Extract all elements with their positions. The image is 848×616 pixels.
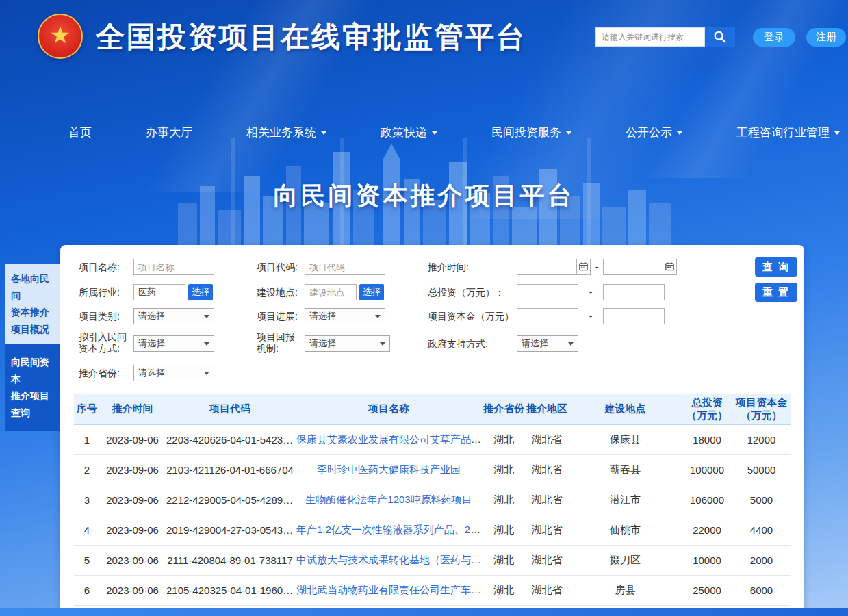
location-cell: 仙桃市 <box>569 515 682 545</box>
recommend-date-cell: 2023-09-06 <box>100 424 165 454</box>
project-name-cell: 湖北武当动物药业有限责任公司生产车间改扩… <box>295 575 483 605</box>
total-investment-min-input[interactable] <box>517 284 578 300</box>
project-name-link[interactable]: 保康县艾豪农业发展有限公司艾草产品加工建… <box>296 433 483 445</box>
chevron-down-icon <box>380 342 385 346</box>
recommend-date-start-input[interactable] <box>517 259 577 275</box>
region-cell: 湖北省 <box>525 454 569 485</box>
star-icon: ★ <box>50 23 70 47</box>
sidebar-item-query[interactable]: 向民间资本 推介项目 查询 <box>5 344 60 431</box>
build-location-label: 建设地点: <box>257 284 298 300</box>
nav-item-label: 首页 <box>68 125 92 140</box>
sidebar-item-overview[interactable]: 各地向民间 资本推介 项目概况 <box>5 264 60 344</box>
header-region: 推介地区 <box>525 394 569 424</box>
project-name-link[interactable]: 李时珍中医药大健康科技产业园 <box>317 463 461 475</box>
project-code-input[interactable] <box>305 259 385 275</box>
project-category-label: 项目类别: <box>79 308 120 324</box>
project-code-cell: 2103-421126-04-01-666704 <box>165 454 295 485</box>
project-capital-max-input[interactable] <box>603 308 665 324</box>
header-search-button[interactable] <box>705 27 735 47</box>
region-cell: 湖北省 <box>525 485 569 515</box>
header-search-input[interactable] <box>595 27 705 47</box>
province-cell: 湖北 <box>483 424 525 454</box>
project-name-link[interactable]: 湖北武当动物药业有限责任公司生产车间改扩… <box>296 584 483 595</box>
project-name-link[interactable]: 生物酶催化法年产1203吨原料药项目 <box>305 493 472 505</box>
location-select-button[interactable]: 选择 <box>359 284 384 300</box>
capital-cell: 5000 <box>732 485 791 515</box>
project-capital-label: 项目资本金（万元）： <box>428 308 524 324</box>
range-separator: - <box>586 284 595 300</box>
industry-label: 所属行业: <box>79 284 120 300</box>
project-name-link[interactable]: 中试放大与技术成果转化基地（医药与化工）… <box>296 554 483 565</box>
table-row: 4 2023-09-06 2019-429004-27-03-054363 年产… <box>74 515 791 545</box>
national-emblem-logo: ★ <box>38 14 83 59</box>
investment-cell: 10000 <box>682 545 732 575</box>
nav-item-home[interactable]: 首页 <box>68 125 92 140</box>
recommend-date-cell: 2023-09-06 <box>100 485 165 515</box>
chevron-down-icon <box>204 342 209 346</box>
login-button[interactable]: 登录 <box>753 28 795 47</box>
chevron-down-icon <box>204 372 209 375</box>
total-investment-max-input[interactable] <box>603 284 665 300</box>
project-name-cell: 年产1.2亿支一次性输液器系列产品、2亿支一… <box>295 515 483 545</box>
gov-support-select[interactable]: 请选择 <box>517 335 578 352</box>
capital-cell: 50000 <box>732 454 791 485</box>
province-select[interactable]: 请选择 <box>133 365 214 381</box>
calendar-icon <box>665 261 675 272</box>
header-investment: 总投资 （万元） <box>682 394 732 424</box>
select-value: 请选择 <box>309 337 336 350</box>
row-no-cell: 1 <box>74 424 100 454</box>
recommend-date-cell: 2023-09-06 <box>100 545 165 575</box>
project-category-select[interactable]: 请选择 <box>133 308 214 324</box>
project-name-input[interactable] <box>133 259 214 275</box>
industry-input[interactable] <box>133 284 185 300</box>
capital-cell: 2000 <box>732 545 791 575</box>
industry-select-button[interactable]: 选择 <box>188 284 213 300</box>
project-name-cell: 生物酶催化法年产1203吨原料药项目 <box>295 485 483 515</box>
build-location-input[interactable] <box>305 284 357 300</box>
calendar-end-button[interactable] <box>663 259 677 275</box>
nav-item-policy-express[interactable]: 政策快递 <box>381 125 437 140</box>
table-row: 2 2023-09-06 2103-421126-04-01-666704 李时… <box>74 454 791 485</box>
nav-item-consulting-industry-management[interactable]: 工程咨询行业管理 <box>736 125 840 140</box>
hero-title: 向民间资本推介项目平台 <box>0 179 848 213</box>
region-cell: 湖北省 <box>525 575 569 605</box>
search-submit-button[interactable]: 查 询 <box>755 257 797 277</box>
nav-item-business-systems[interactable]: 相关业务系统 <box>246 125 326 140</box>
select-value: 请选择 <box>138 337 165 350</box>
chevron-down-icon <box>566 131 571 135</box>
register-button[interactable]: 注册 <box>806 28 846 47</box>
investment-cell: 25000 <box>682 575 732 605</box>
total-investment-label: 总投资（万元）： <box>428 284 504 300</box>
nav-item-service-hall[interactable]: 办事大厅 <box>146 125 192 140</box>
content-panel: 项目名称: 项目代码: 推介时间: - 查 询 <box>60 245 804 609</box>
site-title: 全国投资项目在线审批监管平台 <box>96 18 527 56</box>
calendar-icon <box>578 261 589 272</box>
project-code-cell: 2105-420325-04-01-196056 <box>165 575 295 605</box>
recommend-date-end-input[interactable] <box>603 259 663 275</box>
nav-item-label: 办事大厅 <box>146 125 192 140</box>
projects-table: 序号 推介时间 项目代码 项目名称 推介省份 推介地区 建设地点 总投资 （万元… <box>74 394 791 606</box>
chevron-down-icon <box>321 131 326 135</box>
return-mechanism-select[interactable]: 请选择 <box>305 335 390 352</box>
nav-item-public-notice[interactable]: 公开公示 <box>626 125 682 140</box>
project-progress-select[interactable]: 请选择 <box>305 308 385 324</box>
project-name-link[interactable]: 年产1.2亿支一次性输液器系列产品、2亿支一… <box>296 524 483 535</box>
capital-cell: 4400 <box>732 515 791 545</box>
province-cell: 湖北 <box>483 485 525 515</box>
capital-cell: 6000 <box>732 575 791 605</box>
row-no-cell: 6 <box>74 575 100 605</box>
calendar-start-button[interactable] <box>577 259 591 275</box>
location-cell: 蕲春县 <box>569 454 682 485</box>
return-mechanism-label: 项目回报 机制: <box>257 331 295 355</box>
nav-item-label: 政策快递 <box>381 125 427 140</box>
province-cell: 湖北 <box>483 515 525 545</box>
investment-cell: 22000 <box>682 515 732 545</box>
private-capital-method-select[interactable]: 请选择 <box>133 335 214 352</box>
nav-item-private-investment-services[interactable]: 民间投资服务 <box>491 125 571 140</box>
project-capital-min-input[interactable] <box>517 308 578 324</box>
chevron-down-icon <box>204 315 209 318</box>
search-icon <box>712 29 728 44</box>
location-cell: 掇刀区 <box>569 545 682 575</box>
reset-button[interactable]: 重 置 <box>755 283 797 302</box>
project-code-cell: 2212-429005-04-05-428923 <box>165 485 295 515</box>
